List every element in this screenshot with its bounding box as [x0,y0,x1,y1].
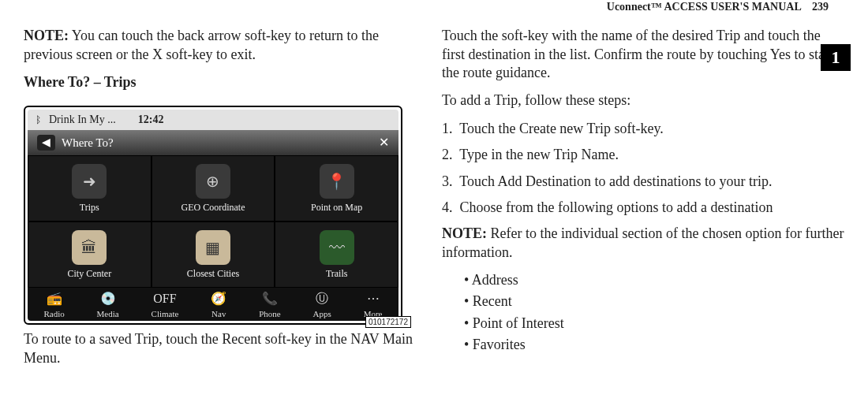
note2-text: Refer to the individual section of the c… [442,225,844,259]
grid-item-point-on-map[interactable]: 📍 Point on Map [275,155,398,221]
note-label: NOTE: [24,28,69,43]
note-text: You can touch the back arrow soft-key to… [24,28,379,61]
nav-radio[interactable]: 📻Radio [43,291,64,319]
grid-label: City Center [67,268,111,281]
apps-icon: Ⓤ [316,291,328,307]
step-1: 1. Touch the Create new Trip soft-key. [442,120,844,138]
paragraph-2: To add a Trip, follow these steps: [442,91,844,110]
image-number: 010172172 [365,316,411,328]
note2-label: NOTE: [442,225,487,241]
city-center-icon: 🏛 [72,230,107,265]
close-icon[interactable]: ✕ [379,135,389,151]
phone-icon: 📞 [262,291,278,307]
title-bar-text: Where To? [62,136,114,151]
nav-climate[interactable]: OFFClimate [152,291,179,319]
trails-icon: 〰 [320,230,354,265]
page-number: 239 [812,1,829,13]
radio-icon: 📻 [47,291,62,307]
nav-nav[interactable]: 🧭Nav [211,291,226,319]
grid-label: Trails [326,268,348,281]
point-on-map-icon: 📍 [320,164,354,199]
grid-item-trips[interactable]: ➜ Trips [28,155,152,221]
bluetooth-icon: ᛒ [36,114,41,127]
section-heading: Where To? – Trips [24,73,414,91]
grid-label: GEO Coordinate [181,202,245,214]
step-2: 2. Type in the new Trip Name. [442,146,844,164]
step-3: 3. Touch Add Destination to add destinat… [442,173,844,191]
bullet-address: • Address [464,271,844,289]
nav-apps[interactable]: ⓊApps [313,291,331,319]
paragraph-1: Touch the soft-key with the name of the … [442,27,844,82]
nav-media[interactable]: 💿Media [97,291,119,319]
status-time: 12:42 [138,113,164,127]
grid-item-closest-cities[interactable]: ▦ Closest Cities [152,221,275,288]
status-bar: ᛒ Drink In My ... 12:42 [28,110,398,130]
grid-label: Trips [80,202,99,214]
geo-icon: ⊕ [196,164,230,199]
grid-label: Closest Cities [187,268,239,281]
section-badge: 1 [821,44,851,71]
image-caption: To route to a saved Trip, touch the Rece… [24,330,414,367]
nav-more[interactable]: ⋯More [364,291,383,319]
grid-label: Point on Map [311,202,362,214]
icon-grid: ➜ Trips ⊕ GEO Coordinate 📍 Point on Map … [28,155,398,288]
back-arrow-icon[interactable]: ◀ [37,135,55,151]
climate-icon: OFF [153,291,176,307]
note-2: NOTE: Refer to the individual section of… [442,225,844,262]
title-bar: ◀ Where To? ✕ [28,130,398,155]
status-app-name: Drink In My ... [49,113,116,127]
bullet-recent: • Recent [464,292,844,311]
nav-phone[interactable]: 📞Phone [259,291,281,319]
grid-item-city-center[interactable]: 🏛 City Center [28,221,152,288]
media-icon: 💿 [100,291,116,307]
note-paragraph: NOTE: You can touch the back arrow soft-… [24,27,414,64]
trips-icon: ➜ [72,164,107,199]
more-icon: ⋯ [367,291,380,307]
closest-cities-icon: ▦ [196,230,230,265]
device-screenshot: ᛒ Drink In My ... 12:42 ◀ Where To? ✕ ➜ … [24,106,402,325]
step-4: 4. Choose from the following options to … [442,199,844,217]
bullet-favorites: • Favorites [464,336,844,354]
bottom-nav: 📻Radio 💿Media OFFClimate 🧭Nav 📞Phone ⓊAp… [28,288,398,321]
manual-title: Uconnect™ ACCESS USER'S MANUAL [607,1,801,13]
grid-item-trails[interactable]: 〰 Trails [275,221,398,288]
grid-item-geo[interactable]: ⊕ GEO Coordinate [152,155,275,221]
bullet-poi: • Point of Interest [464,315,844,333]
nav-icon: 🧭 [211,291,226,307]
